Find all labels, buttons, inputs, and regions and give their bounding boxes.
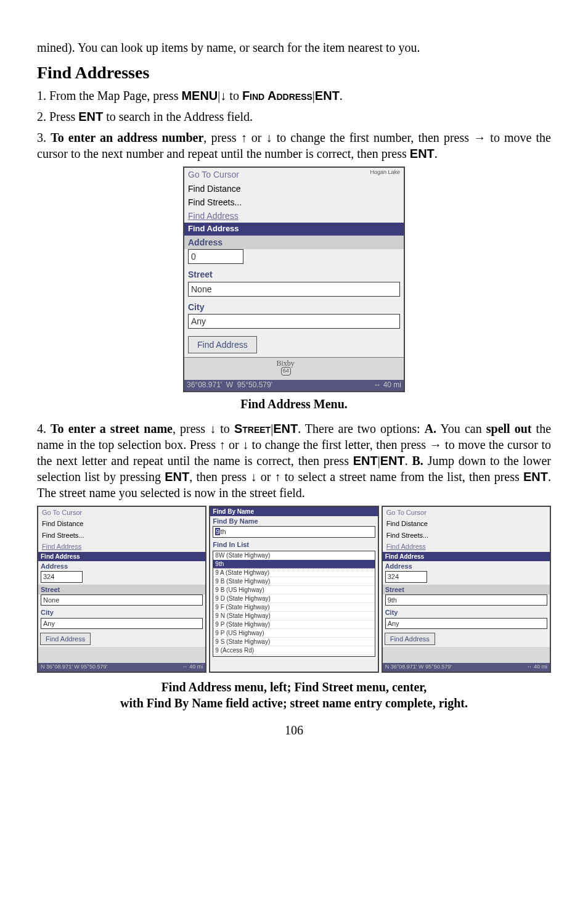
titlebar: Find By Name [210, 507, 377, 516]
arrow-down-icon: ↓ [242, 438, 248, 451]
bold: To enter an address number [51, 131, 203, 144]
list-item[interactable]: 9 A (State Highway) [213, 569, 374, 577]
menu-item: Find Address [38, 541, 205, 552]
screenshot-row: Go To Cursor Find Distance Find Streets.… [37, 506, 551, 673]
list-item[interactable]: 9 P (US Highway) [213, 629, 374, 638]
input-address[interactable]: 0 [188, 249, 243, 264]
menu-item: Find Streets... [38, 530, 205, 541]
map-strip [383, 647, 550, 663]
step-2: 2. Press ENT to search in the Address fi… [37, 109, 551, 125]
input-city[interactable]: Any [188, 314, 400, 329]
lat: N 36°08.971' W 95°50.579' [41, 664, 107, 671]
map-strip: Bixby 64 [184, 357, 404, 380]
label-find-by-name: Find By Name [210, 516, 377, 526]
scale: ↔ 40 mi [182, 664, 203, 671]
status-bar: 36°08.971' W 95°50.579' ↔ 40 mi [184, 380, 404, 391]
list-item[interactable]: 9 B (State Highway) [213, 577, 374, 586]
titlebar: Find Address [184, 223, 404, 236]
menu-item: Find Streets... [383, 530, 550, 541]
t: 3. [37, 131, 51, 144]
list-item[interactable]: 9th [213, 560, 374, 569]
input-city[interactable]: Any [41, 618, 203, 629]
arrow-down-icon: ↓ [220, 89, 226, 102]
t: to search in the Address field. [103, 110, 253, 123]
t: to [226, 89, 242, 102]
list-item[interactable]: 9 (Canal) [213, 655, 374, 657]
t: to select a street name from the list, t… [281, 470, 523, 483]
t: 2. Press [37, 110, 78, 123]
input-address[interactable]: 324 [41, 571, 83, 582]
find-address-button[interactable]: Find Address [188, 336, 257, 353]
screenshot-find-address: Go To Cursor Find Distance Find Streets.… [183, 167, 405, 392]
input-street[interactable]: 9th [385, 594, 547, 606]
t: or [226, 438, 243, 451]
step-4: 4. To enter a street name, press ↓ to St… [37, 421, 551, 501]
list-item[interactable]: 9 (Access Rd) [213, 646, 374, 655]
t: , press [173, 422, 210, 435]
scale: ↔ 40 mi [526, 664, 547, 671]
label-address: Address [184, 236, 404, 249]
input-address[interactable]: 324 [385, 571, 427, 582]
key-ent: ENT [523, 470, 548, 483]
key-ent: ENT [353, 454, 378, 467]
list-item[interactable]: 8W (State Highway) [213, 551, 374, 560]
label-street: Street [184, 268, 404, 281]
map-strip [38, 647, 205, 663]
street-list[interactable]: 8W (State Highway)9th9 A (State Highway)… [213, 551, 375, 657]
input-street[interactable]: None [188, 282, 400, 297]
arrow-right-icon: → [430, 438, 442, 451]
find-address-button[interactable]: Find Address [40, 633, 91, 645]
step-1: 1. From the Map Page, press MENU|↓ to Fi… [37, 88, 551, 104]
t: . [405, 454, 412, 467]
t: . There are two options: [298, 422, 424, 435]
route-shield: 64 [281, 367, 291, 376]
list-item[interactable]: 9 N (State Highway) [213, 612, 374, 620]
t: You can [436, 422, 486, 435]
screenshot-left: Go To Cursor Find Distance Find Streets.… [37, 506, 206, 673]
arrow-up-icon: ↑ [275, 470, 281, 483]
arrow-right-icon: → [473, 131, 486, 144]
menu-item: Find Address [184, 209, 404, 223]
key-ent: ENT [410, 147, 435, 160]
page-number: 106 [37, 722, 551, 738]
list-item[interactable]: 9 D (State Highway) [213, 594, 374, 603]
screenshot-right: Go To Cursor Find Distance Find Streets.… [382, 506, 551, 673]
menu-item: Find Address [383, 541, 550, 552]
t: 4. [37, 422, 51, 435]
arrow-down-icon: ↓ [250, 470, 256, 483]
label-street: Street [38, 585, 205, 594]
input-street[interactable]: None [41, 594, 203, 606]
arrow-up-icon: ↑ [219, 438, 226, 451]
cmd-find-address: Find Address [242, 89, 312, 102]
input-city[interactable]: Any [385, 618, 547, 629]
step-3: 3. To enter an address number, press ↑ o… [37, 130, 551, 162]
key-menu: MENU [181, 89, 218, 102]
find-address-button[interactable]: Find Address [385, 633, 435, 645]
status-bar: N 36°08.971' W 95°50.579' ↔ 40 mi [38, 663, 205, 672]
label-city: City [383, 607, 550, 617]
menu-item: Find Distance [383, 518, 550, 529]
menu-item: Go To Cursor [383, 507, 550, 518]
list-item[interactable]: 9 F (State Highway) [213, 603, 374, 612]
intro: mined). You can look up items by name, o… [37, 39, 551, 56]
list-item[interactable]: 9 B (US Highway) [213, 586, 374, 594]
caption-1: Find Address Menu. [37, 396, 551, 412]
arrow-up-icon: ↑ [241, 131, 247, 144]
bold: spell out [486, 422, 532, 435]
menu-item: Find Distance [38, 518, 205, 529]
list-item[interactable]: 9 S (State Highway) [213, 638, 374, 646]
scale: ↔ 40 mi [374, 380, 401, 390]
list-item[interactable]: 9 P (State Highway) [213, 620, 374, 629]
opt-b: B. [412, 454, 423, 467]
label-street: Street [383, 585, 550, 594]
bold: To enter a street name [51, 422, 173, 435]
t: or [247, 131, 266, 144]
menu-item: Find Streets... [184, 195, 404, 209]
key-ent: ENT [165, 470, 189, 483]
input-name[interactable]: 9th [213, 526, 375, 537]
titlebar: Find Address [38, 552, 205, 561]
key-ent: ENT [315, 89, 340, 102]
screenshot-center: Find By Name Find By Name 9th Find In Li… [209, 506, 378, 673]
caption-2: Find Address menu, left; Find Street men… [37, 679, 551, 711]
t: . [435, 147, 438, 160]
